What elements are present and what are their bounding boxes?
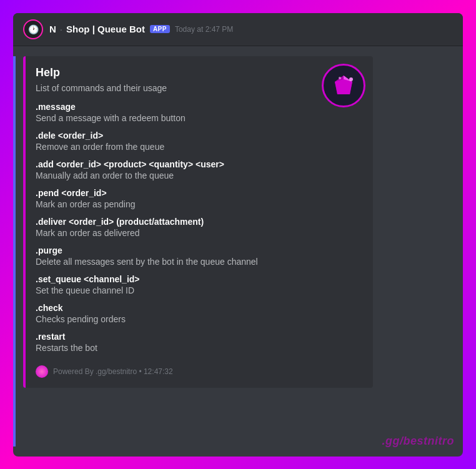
command-name-8: .restart xyxy=(36,332,363,342)
command-desc-8: Restarts the bot xyxy=(36,343,363,353)
svg-marker-3 xyxy=(335,79,352,94)
embed-card: Help List of commands and their usage .m… xyxy=(23,56,373,388)
embed-description: List of commands and their usage xyxy=(36,83,363,93)
command-name-1: .dele <order_id> xyxy=(36,131,363,141)
header-timestamp: Today at 2:47 PM xyxy=(175,25,233,34)
message-area: Help List of commands and their usage .m… xyxy=(13,46,463,457)
app-badge: APP xyxy=(150,25,170,33)
command-name-3: .pend <order_id> xyxy=(36,188,363,198)
command-desc-4: Mark an order as delivered xyxy=(36,228,363,238)
channel-header: 🕐 N · Shop | Queue Bot APP Today at 2:47… xyxy=(13,13,463,46)
message-content: Help List of commands and their usage .m… xyxy=(23,56,453,447)
command-name-6: .set_queue <channel_id> xyxy=(36,274,363,284)
embed-title: Help xyxy=(36,66,363,79)
gem-icon xyxy=(331,73,356,98)
commands-list: .messageSend a message with a redeem but… xyxy=(36,102,363,353)
command-name-0: .message xyxy=(36,102,363,112)
logo-circle xyxy=(322,64,365,107)
accent-bar xyxy=(13,56,16,447)
command-desc-6: Set the queue channel ID xyxy=(36,285,363,295)
command-name-7: .check xyxy=(36,303,363,313)
header-dot: · xyxy=(60,24,62,34)
clock-icon: 🕐 xyxy=(28,24,39,34)
embed-footer: Powered By .gg/bestnitro • 12:47:32 xyxy=(36,360,363,378)
command-desc-1: Remove an order from the queue xyxy=(36,142,363,152)
svg-point-4 xyxy=(349,77,353,81)
svg-point-5 xyxy=(339,77,341,79)
command-name-4: .deliver <order_id> (product/attachment) xyxy=(36,217,363,227)
footer-avatar xyxy=(36,365,48,378)
command-desc-7: Checks pending orders xyxy=(36,314,363,324)
command-name-2: .add <order_id> <product> <quantity> <us… xyxy=(36,159,363,169)
watermark: .gg/bestnitro xyxy=(382,435,455,448)
command-desc-2: Manually add an order to the queue xyxy=(36,170,363,180)
bot-logo xyxy=(322,64,365,107)
footer-text: Powered By .gg/bestnitro • 12:47:32 xyxy=(53,367,173,376)
channel-name: Shop | Queue Bot xyxy=(66,24,145,34)
command-desc-3: Mark an order as pending xyxy=(36,199,363,209)
command-desc-0: Send a message with a redeem button xyxy=(36,113,363,123)
discord-window: 🕐 N · Shop | Queue Bot APP Today at 2:47… xyxy=(13,13,463,457)
channel-icon: 🕐 xyxy=(23,19,43,39)
command-name-5: .purge xyxy=(36,245,363,255)
command-desc-5: Delete all messages sent by the bot in t… xyxy=(36,257,363,267)
channel-prefix: N xyxy=(49,24,56,34)
